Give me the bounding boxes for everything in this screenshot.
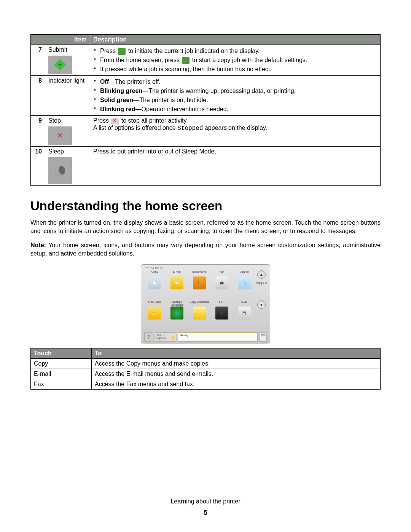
table-row: 8 Indicator light Off—The printer is off…	[31, 76, 381, 116]
bullet: If pressed while a job is scanning, then…	[94, 65, 377, 74]
side-controls: ▼	[256, 300, 267, 331]
desc-line: Press to stop all printer activity.	[93, 117, 377, 125]
desc-line: A list of options is offered once Stoppe…	[93, 125, 377, 132]
th-item: Item	[31, 35, 90, 45]
app-cell: USB💾	[234, 300, 255, 331]
home-screen: 157.184.195.43 Copy📄 E-mail✉️ Bookmarks📙…	[141, 264, 270, 343]
bullet: Solid green—The printer is on, but idle.	[94, 96, 377, 105]
app-cell: Bookmarks📙	[189, 270, 210, 301]
table-row: CopyAccess the Copy menus and make copie…	[31, 358, 381, 369]
touch-cell: Copy	[31, 358, 92, 369]
touch-table: Touch To CopyAccess the Copy menus and m…	[30, 348, 381, 390]
paragraph: Note: Your home screen, icons, and butto…	[30, 241, 381, 258]
stop-icon: ×	[48, 126, 72, 145]
to-cell: Access the Copy menus and make copies.	[92, 358, 381, 369]
scroll-up-icon: ▲	[257, 270, 266, 279]
scroll-down-icon: ▼	[257, 300, 266, 309]
table-row: 7 Submit ✦ Press to initiate the current…	[31, 45, 381, 76]
email-icon: ✉️	[170, 276, 183, 289]
th-to: To	[92, 348, 381, 358]
row-item: Stop ×	[45, 116, 90, 147]
status-ready: Ready.	[178, 332, 258, 342]
to-cell: Access the E-mail menus and send e-mails…	[92, 369, 381, 379]
change-language-icon: 🌐	[170, 307, 183, 320]
menu-icon	[259, 332, 267, 342]
held-jobs-icon: 📂	[148, 307, 161, 320]
warning-icon	[172, 335, 175, 339]
app-cell: Copy📄	[144, 270, 165, 301]
item-name: Submit	[48, 46, 67, 53]
ip-address: 157.184.195.43	[144, 267, 267, 270]
table-row: 10 Sleep Press to put printer into or ou…	[31, 147, 381, 186]
table-row: FaxAccess the Fax menus and send fax.	[31, 379, 381, 389]
section-heading: Understanding the home screen	[30, 199, 381, 213]
row-description: Press to initiate the current job indica…	[90, 45, 381, 76]
bookmarks-icon: 📙	[193, 276, 206, 289]
page-indicator: Page 1 of 3	[256, 282, 267, 287]
th-touch: Touch	[31, 348, 92, 358]
touch-cell: Fax	[31, 379, 92, 389]
touch-cell: E-mail	[31, 369, 92, 379]
bullet: Blinking green—The printer is warming up…	[94, 86, 377, 96]
row-number: 9	[31, 116, 45, 147]
app-cell: Search🔍	[234, 270, 255, 301]
item-name: Sleep	[48, 148, 64, 155]
row-description: Off—The printer is off. Blinking green—T…	[90, 76, 381, 116]
submit-icon: ✦	[48, 56, 72, 74]
item-name: Stop	[48, 117, 61, 124]
copy-icon: 📄	[148, 276, 161, 289]
bullet: Press to initiate the current job indica…	[94, 46, 377, 56]
submit-inline-icon	[118, 48, 126, 55]
row-description: Press to stop all printer activity. A li…	[90, 116, 381, 147]
stop-inline-icon	[111, 118, 119, 125]
app-cell: Change Language🌐	[167, 300, 188, 331]
row-item: Indicator light	[45, 76, 90, 116]
page-number: 5	[0, 509, 411, 517]
app-cell: FTP⬇	[211, 300, 232, 331]
footer-section: Learning about the printer	[0, 498, 411, 505]
bullet: From the home screen, press to start a c…	[94, 56, 377, 65]
row-item: Sleep	[45, 147, 90, 186]
table-row: 9 Stop × Press to stop all printer activ…	[31, 116, 381, 147]
sleep-icon	[48, 157, 72, 184]
side-controls: ▲ Page 1 of 3	[256, 270, 267, 301]
usb-icon: 💾	[238, 307, 251, 320]
to-cell: Access the Fax menus and send fax.	[92, 379, 381, 389]
bullet: Off—The printer is off.	[94, 77, 377, 86]
th-description: Description	[90, 35, 381, 45]
app-cell: E-mail✉️	[167, 270, 188, 301]
paragraph: When the printer is turned on, the displ…	[30, 219, 381, 236]
page-footer: Learning about the printer 5	[0, 498, 411, 517]
row-number: 7	[31, 45, 45, 76]
app-cell: Fax📠	[211, 270, 232, 301]
app-cell: Held Jobs📂	[144, 300, 165, 331]
ftp-icon: ⬇	[215, 307, 228, 320]
item-name: Indicator light	[48, 77, 84, 84]
status-supplies-button: Status/ Supplies	[155, 332, 176, 342]
search-icon: 🔍	[238, 276, 251, 289]
row-description: Press to put printer into or out of Slee…	[90, 147, 381, 186]
help-icon: ?	[144, 332, 153, 342]
home-screen-figure: 157.184.195.43 Copy📄 E-mail✉️ Bookmarks📙…	[30, 264, 381, 343]
app-cell: Copy Shortcuts⭐	[189, 300, 210, 331]
submit-inline-icon	[182, 57, 190, 64]
fax-icon: 📠	[215, 276, 228, 289]
bullet: Blinking red—Operator intervention is ne…	[94, 105, 377, 114]
table-row: E-mailAccess the E-mail menus and send e…	[31, 369, 381, 379]
copy-shortcuts-icon: ⭐	[193, 307, 206, 320]
row-number: 8	[31, 76, 45, 116]
control-panel-table: Item Description 7 Submit ✦ Press to ini…	[30, 34, 381, 186]
row-item: Submit ✦	[45, 45, 90, 76]
row-number: 10	[31, 147, 45, 186]
